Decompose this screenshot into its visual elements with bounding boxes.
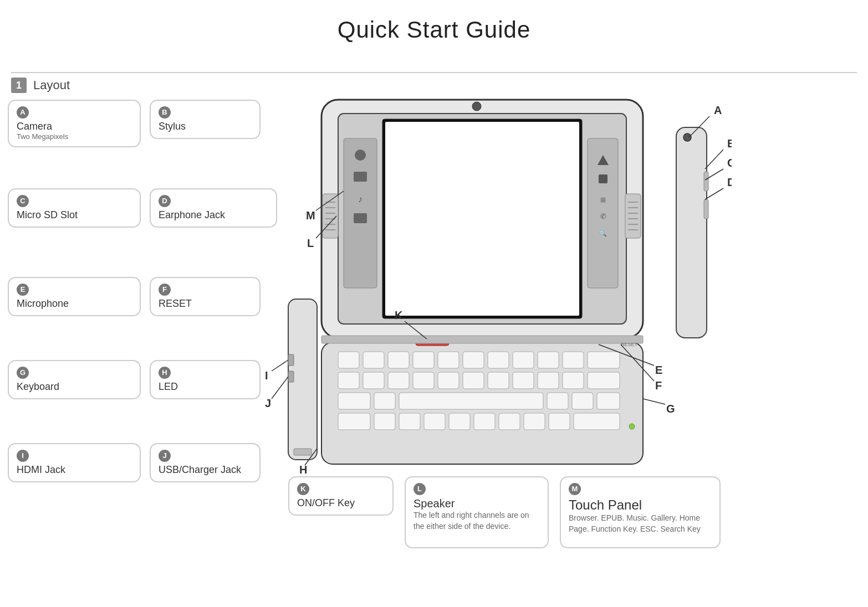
badge-B: B: [159, 106, 171, 119]
badge-C: C: [17, 195, 29, 207]
svg-rect-48: [488, 372, 509, 389]
card-B: B Stylus: [150, 100, 261, 139]
svg-text:D: D: [727, 176, 732, 188]
badge-E: E: [17, 284, 29, 296]
svg-rect-64: [474, 413, 495, 430]
svg-rect-56: [547, 393, 568, 409]
svg-rect-53: [338, 393, 370, 409]
svg-text:M: M: [306, 209, 315, 222]
card-M-subtitle: Browser. EPUB. Music. Gallery. Home Page…: [569, 513, 712, 534]
svg-text:🔍: 🔍: [599, 229, 607, 237]
badge-J: J: [159, 450, 171, 462]
svg-rect-50: [538, 372, 559, 389]
svg-point-5: [355, 150, 366, 161]
badge-K: K: [297, 483, 309, 495]
card-I: I HDMI Jack: [8, 443, 141, 482]
svg-rect-67: [549, 413, 570, 430]
svg-rect-59: [338, 413, 370, 430]
svg-rect-78: [288, 354, 294, 366]
card-L-title: Speaker: [413, 497, 540, 510]
svg-text:⊞: ⊞: [600, 196, 606, 204]
svg-point-72: [629, 424, 635, 429]
svg-text:C: C: [727, 157, 732, 169]
svg-rect-62: [424, 413, 445, 430]
svg-text:♪: ♪: [358, 194, 362, 204]
svg-text:G: G: [666, 403, 675, 415]
card-L-subtitle: The left and right channels are on the e…: [413, 510, 540, 532]
badge-H: H: [159, 367, 171, 379]
svg-rect-49: [513, 372, 534, 389]
svg-rect-37: [488, 352, 509, 368]
svg-rect-58: [597, 393, 620, 409]
svg-rect-41: [588, 352, 620, 368]
svg-rect-31: [338, 352, 359, 368]
svg-rect-68: [574, 413, 620, 430]
svg-rect-46: [438, 372, 459, 389]
svg-text:✆: ✆: [600, 212, 606, 220]
card-C: C Micro SD Slot: [8, 188, 141, 228]
svg-line-97: [272, 360, 288, 371]
svg-text:F: F: [655, 379, 662, 392]
card-H: H LED: [150, 360, 261, 399]
card-F-title: RESET: [159, 298, 252, 310]
card-L: L Speaker The left and right channels ar…: [405, 476, 549, 548]
badge-A: A: [17, 106, 29, 119]
svg-text:I: I: [265, 369, 268, 382]
card-M-title: Touch Panel: [569, 497, 712, 513]
card-A-subtitle: Two Megapixels: [17, 132, 132, 141]
svg-rect-66: [524, 413, 545, 430]
badge-I: I: [17, 450, 29, 462]
card-C-title: Micro SD Slot: [17, 209, 132, 221]
svg-rect-57: [572, 393, 593, 409]
svg-rect-8: [354, 213, 367, 223]
svg-text:A: A: [714, 104, 722, 116]
svg-text:RESET: RESET: [621, 342, 638, 347]
card-E: E Microphone: [8, 277, 141, 316]
svg-rect-42: [338, 372, 359, 389]
svg-point-29: [472, 102, 481, 111]
section-label: 1 Layout: [11, 78, 70, 93]
svg-text:B: B: [727, 137, 732, 150]
svg-rect-47: [463, 372, 484, 389]
card-E-title: Microphone: [17, 298, 132, 310]
card-B-title: Stylus: [159, 121, 252, 132]
svg-text:E: E: [655, 364, 662, 376]
card-I-title: HDMI Jack: [17, 464, 132, 476]
svg-rect-80: [294, 449, 312, 455]
device-diagram: ♪ ⊞ ✆ 🔍: [255, 83, 732, 482]
svg-line-99: [272, 377, 288, 399]
card-K: K ON/OFF Key: [288, 476, 394, 516]
svg-rect-54: [374, 393, 395, 409]
svg-rect-33: [388, 352, 409, 368]
svg-rect-32: [363, 352, 384, 368]
svg-rect-61: [399, 413, 420, 430]
svg-rect-52: [588, 372, 620, 389]
page-title: Quick Start Guide: [0, 0, 868, 43]
svg-point-74: [683, 133, 691, 141]
svg-rect-60: [374, 413, 395, 430]
card-J: J USB/Charger Jack: [150, 443, 261, 482]
svg-line-83: [705, 150, 723, 169]
svg-rect-40: [563, 352, 584, 368]
card-K-title: ON/OFF Key: [297, 497, 385, 509]
card-J-title: USB/Charger Jack: [159, 464, 252, 476]
card-G: G Keyboard: [8, 360, 141, 399]
badge-G: G: [17, 367, 29, 379]
card-F: F RESET: [150, 277, 261, 316]
card-M: M Touch Panel Browser. EPUB. Music. Gall…: [560, 476, 721, 548]
svg-rect-35: [438, 352, 459, 368]
svg-rect-11: [599, 174, 607, 183]
svg-rect-75: [704, 172, 708, 191]
svg-rect-55: [399, 393, 543, 409]
card-H-title: LED: [159, 381, 252, 393]
svg-rect-3: [385, 122, 579, 316]
badge-L: L: [413, 483, 426, 495]
svg-rect-76: [704, 199, 708, 219]
svg-rect-22: [625, 194, 641, 238]
card-A: A Camera Two Megapixels: [8, 100, 141, 147]
svg-rect-65: [499, 413, 520, 430]
svg-rect-36: [463, 352, 484, 368]
svg-line-93: [643, 399, 665, 404]
badge-F: F: [159, 284, 171, 296]
badge-D: D: [159, 195, 171, 207]
